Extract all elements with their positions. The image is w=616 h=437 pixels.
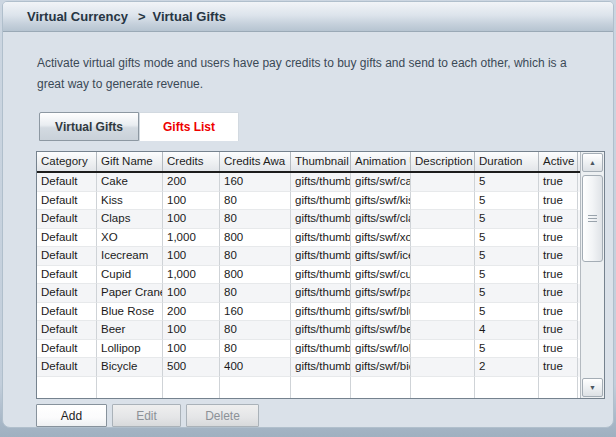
add-button[interactable]: Add — [36, 404, 107, 427]
table-cell: Default — [37, 247, 97, 266]
table-cell: gifts/thumb — [291, 247, 351, 266]
table-cell: 5 — [475, 303, 539, 322]
table-cell — [291, 377, 351, 399]
table-cell: Default — [37, 229, 97, 248]
table-cell: gifts/swf/kis — [351, 192, 411, 211]
table-cell: 500 — [163, 358, 220, 377]
table-cell: 5 — [475, 284, 539, 303]
table-row-claps[interactable]: DefaultClaps10080gifts/thumbgifts/swf/cl… — [37, 210, 580, 229]
table-cell: 100 — [163, 340, 220, 359]
table-cell: gifts/swf/bic — [351, 358, 411, 377]
edit-button: Edit — [112, 404, 181, 427]
breadcrumb-separator-icon: > — [138, 9, 146, 24]
table-cell: 5 — [475, 340, 539, 359]
column-header-credits[interactable]: Credits — [163, 152, 220, 171]
column-header-duration[interactable]: Duration — [475, 152, 539, 171]
table-cell — [411, 321, 475, 340]
table-cell — [539, 377, 578, 399]
table-cell: true — [539, 358, 578, 377]
column-header-active[interactable]: Active — [539, 152, 578, 171]
table-cell: 200 — [163, 173, 220, 192]
table-cell: 160 — [220, 173, 291, 192]
table-cell — [411, 173, 475, 192]
table-cell: Default — [37, 358, 97, 377]
tab-virtual-gifts[interactable]: Virtual Gifts — [39, 112, 139, 141]
table-row-icecream[interactable]: DefaultIcecream10080gifts/thumbgifts/swf… — [37, 247, 580, 266]
scroll-up-button[interactable]: ▲ — [582, 153, 603, 172]
table-cell — [411, 266, 475, 285]
table-cell: gifts/thumb — [291, 358, 351, 377]
column-header-animation-u[interactable]: Animation U — [351, 152, 411, 171]
table-cell: 4 — [475, 321, 539, 340]
table-cell: 5 — [475, 229, 539, 248]
table-row-paper-crane[interactable]: DefaultPaper Crane10080gifts/thumbgifts/… — [37, 284, 580, 303]
table-cell: gifts/swf/be — [351, 321, 411, 340]
table-row-bicycle[interactable]: DefaultBicycle500400gifts/thumbgifts/swf… — [37, 358, 580, 377]
scroll-down-icon: ▼ — [589, 384, 596, 391]
table-cell: gifts/thumb — [291, 303, 351, 322]
table-cell — [411, 284, 475, 303]
table-cell: gifts/thumb — [291, 321, 351, 340]
tab-label: Virtual Gifts — [55, 120, 123, 134]
breadcrumb-section: Virtual Currency — [27, 9, 128, 24]
table-cell: gifts/thumb — [291, 229, 351, 248]
table-cell: 800 — [220, 229, 291, 248]
table-cell: 1,000 — [163, 266, 220, 285]
table-cell: 80 — [220, 284, 291, 303]
gifts-table: CategoryGift NameCreditsCredits AwaThumb… — [36, 151, 605, 399]
column-header-credits-awa[interactable]: Credits Awa — [220, 152, 291, 171]
table-cell: gifts/thumb — [291, 266, 351, 285]
table-cell: gifts/swf/cu — [351, 266, 411, 285]
table-cell: 400 — [220, 358, 291, 377]
table-cell: true — [539, 340, 578, 359]
table-cell: 100 — [163, 247, 220, 266]
table-cell: 100 — [163, 321, 220, 340]
scrollbar-grip-icon — [588, 215, 597, 222]
table-row-cupid[interactable]: DefaultCupid1,000800gifts/thumbgifts/swf… — [37, 266, 580, 285]
table-cell: gifts/swf/lol — [351, 340, 411, 359]
table-cell: true — [539, 321, 578, 340]
table-row-beer[interactable]: DefaultBeer10080gifts/thumbgifts/swf/be4… — [37, 321, 580, 340]
table-cell: XO — [97, 229, 163, 248]
tab-gifts-list[interactable]: Gifts List — [139, 112, 239, 141]
table-cell: gifts/thumb — [291, 192, 351, 211]
table-cell: Default — [37, 284, 97, 303]
table-cell: Blue Rose — [97, 303, 163, 322]
table-cell: true — [539, 229, 578, 248]
table-cell: 100 — [163, 284, 220, 303]
column-header-gift-name[interactable]: Gift Name — [97, 152, 163, 171]
table-cell — [411, 192, 475, 211]
table-cell: gifts/swf/pa — [351, 284, 411, 303]
table-row-xo[interactable]: DefaultXO1,000800gifts/thumbgifts/swf/xo… — [37, 229, 580, 248]
table-cell: Default — [37, 303, 97, 322]
delete-button: Delete — [186, 404, 259, 427]
table-cell: 80 — [220, 210, 291, 229]
table-cell: Paper Crane — [97, 284, 163, 303]
table-cell: Beer — [97, 321, 163, 340]
scrollbar-thumb[interactable] — [582, 175, 603, 262]
table-cell: gifts/thumb — [291, 284, 351, 303]
table-row-kiss[interactable]: DefaultKiss10080gifts/thumbgifts/swf/kis… — [37, 192, 580, 211]
breadcrumb: Virtual Currency > Virtual Gifts — [3, 2, 613, 32]
table-row-cake[interactable]: DefaultCake200160gifts/thumbgifts/swf/ca… — [37, 173, 580, 192]
table-cell: Icecream — [97, 247, 163, 266]
table-cell: gifts/swf/xo — [351, 229, 411, 248]
table-cell: Default — [37, 192, 97, 211]
table-cell: gifts/thumb — [291, 340, 351, 359]
table-cell: 800 — [220, 266, 291, 285]
table-cell: true — [539, 303, 578, 322]
table-cell: Default — [37, 173, 97, 192]
table-cell — [163, 377, 220, 399]
table-cell — [411, 210, 475, 229]
table-cell: 5 — [475, 266, 539, 285]
tab-label: Gifts List — [163, 120, 215, 134]
column-header-category[interactable]: Category — [37, 152, 97, 171]
table-row-lollipop[interactable]: DefaultLollipop10080gifts/thumbgifts/swf… — [37, 340, 580, 359]
vertical-scrollbar[interactable]: ▲ ▼ — [580, 152, 604, 398]
column-header-description[interactable]: Description — [411, 152, 475, 171]
table-cell: Default — [37, 266, 97, 285]
gifts-table-body: CategoryGift NameCreditsCredits AwaThumb… — [37, 152, 580, 398]
table-row-blue-rose[interactable]: DefaultBlue Rose200160gifts/thumbgifts/s… — [37, 303, 580, 322]
column-header-thumbnail-u[interactable]: Thumbnail U — [291, 152, 351, 171]
scroll-down-button[interactable]: ▼ — [582, 378, 603, 397]
